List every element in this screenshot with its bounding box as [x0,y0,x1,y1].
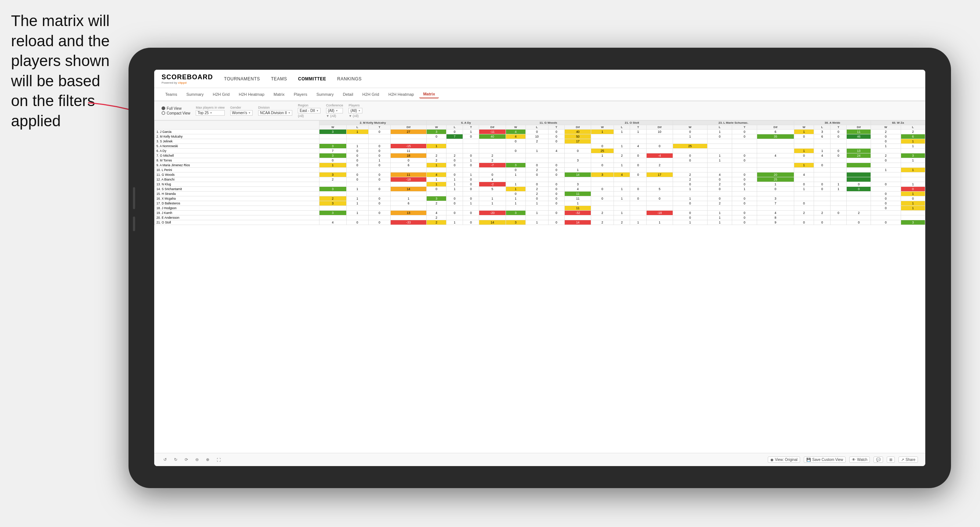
subnav-h2h-grid[interactable]: H2H Grid [209,90,233,98]
h-w4: W [591,125,614,130]
player-3: 3. S Jelinek [154,139,320,144]
table-row: 17. D Ballesteros 3106 2011 1101 0207 0 … [154,201,925,206]
subnav-summary[interactable]: Summary [183,90,207,98]
compact-view-label: Compact View [167,111,190,115]
h-d6: Dif [847,125,871,130]
subnav-summary2[interactable]: Summary [313,90,337,98]
h-d3: Dif [565,125,591,130]
share-btn[interactable]: ↗ Share [899,457,918,463]
watch-icon: 👁 [852,458,856,462]
table-row: 18. J Hodgson 11 01 [154,206,925,211]
h-w7: W [871,125,901,130]
zoom-in-btn[interactable]: ⊕ [204,457,211,463]
h-l6: L [814,125,830,130]
subnav-h2h-heatmap2[interactable]: H2H Heatmap [385,90,418,98]
division-label: Division [258,106,292,110]
matrix-table: 2. M Kelly Mulcahy 6. A Dy 11. G Woods 2… [154,121,925,225]
col-group-5: 23. L Marie Schumac. [673,121,794,125]
region-filter: Region East - DII (All) [298,103,321,118]
view-original-label: View: Original [775,458,798,462]
filter-bar: Full View Compact View Max players in vi… [154,101,925,121]
table-row: 3. S Jelinek 02017 01 [154,139,925,144]
table-row: 11. G Woods 30011 4010 10014 34017 24020… [154,173,925,177]
gender-filter: Gender Women's [230,106,253,116]
max-players-label: Max players in view [196,106,225,110]
h-d1: Dif [391,125,427,130]
main-content: 2. M Kelly Mulcahy 6. A Dy 11. G Woods 2… [154,121,925,453]
players-label: Players [348,103,363,107]
table-row: 15. H Stranda 02011 01 [154,192,925,196]
players-select[interactable]: (All) [348,108,363,113]
gender-select[interactable]: Women's [230,110,253,116]
compact-view-dot [162,111,165,115]
player-5: 5. A Nomrowski [154,144,320,149]
logo-area: SCOREBOARD Powered by clippd [162,73,213,84]
tablet-frame: SCOREBOARD Powered by clippd TOURNAMENTS… [129,48,951,488]
table-row: 20. E Andersson 2 0108 [154,216,925,220]
logo-powered: Powered by clippd [162,81,213,84]
player-18: 18. J Hodgson [154,206,320,211]
view-original-btn[interactable]: ◉ View: Original [768,457,800,463]
player-20: 20. E Andersson [154,216,320,220]
bottom-toolbar: ↺ ↻ ⟳ ⊖ ⊕ ⛶ ◉ View: Original 💾 Save Cust… [154,453,925,466]
zoom-out-btn[interactable]: ⊖ [194,457,200,463]
conference-select[interactable]: (All) [326,108,343,113]
subnav-players[interactable]: Players [290,90,311,98]
subnav-h2h-grid2[interactable]: H2H Grid [359,90,383,98]
comment-icon: 💬 [876,458,880,462]
players-filter: Players (All) ▼ (All) [348,103,363,118]
logo-scoreboard: SCOREBOARD [162,73,213,81]
matrix-container[interactable]: 2. M Kelly Mulcahy 6. A Dy 11. G Woods 2… [154,121,925,453]
undo-btn[interactable]: ↺ [162,457,169,463]
h-d4: Dif [646,125,673,130]
player-15: 15. H Stranda [154,192,320,196]
col-group-3: 11. G Woods [506,121,591,125]
watch-btn[interactable]: 👁 Watch [849,457,870,463]
comment-btn[interactable]: 💬 [873,457,883,463]
nav-teams[interactable]: TEAMS [271,75,287,83]
h-l1: L [346,125,368,130]
h-w6: W [794,125,814,130]
subnav-matrix-active[interactable]: Matrix [419,90,438,98]
nav-rankings[interactable]: RANKINGS [337,75,362,83]
nav-items: TOURNAMENTS TEAMS COMMITTEE RANKINGS [224,75,362,83]
player-7: 7. O Mitchell [154,153,320,158]
table-row: 13. N Klug 110-2 1003 0201 0010 01 [154,182,925,187]
subnav-matrix[interactable]: Matrix [270,90,288,98]
fullscreen-btn[interactable]: ⛶ [215,457,223,463]
player-2: 2. M Kelly Mulcahy [154,134,320,139]
h-t1: T [368,125,390,130]
max-players-filter: Max players in view Top 25 [196,106,225,116]
grid-icon: ⊞ [889,458,892,462]
h-l2: L [447,125,463,130]
save-custom-btn[interactable]: 💾 Save Custom View [804,457,846,463]
division-select[interactable]: NCAA Division II [258,110,292,116]
watch-label: Watch [857,458,867,462]
top-nav: SCOREBOARD Powered by clippd TOURNAMENTS… [154,70,925,88]
region-select[interactable]: East - DII [298,108,321,113]
grid-btn[interactable]: ⊞ [887,457,895,463]
conference-filter: Conference (All) ▼ (All) [326,103,343,118]
h-t3: T [548,125,564,130]
subnav-detail[interactable]: Detail [339,90,357,98]
refresh-btn[interactable]: ⟳ [183,457,190,463]
table-row: 2. M Kelly Mulcahy 07040 410050 10035 06… [154,134,925,139]
save-icon: 💾 [806,458,811,462]
table-row: 7. O Mitchell 30018 2202 120-4 0104 0402… [154,153,925,158]
subnav-h2h-heatmap[interactable]: H2H Heatmap [235,90,268,98]
h-w3: W [506,125,525,130]
redo-btn[interactable]: ↻ [172,457,179,463]
full-view-radio[interactable]: Full View [162,106,190,111]
subnav-teams[interactable]: Teams [162,90,181,98]
nav-committee[interactable]: COMMITTEE [298,75,326,83]
table-row: 10. L Perini 0201 11 [154,168,925,173]
region-label: Region [298,103,321,107]
compact-view-radio[interactable]: Compact View [162,111,190,115]
max-players-select[interactable]: Top 25 [196,110,225,116]
player-19: 19. J Kamh [154,211,320,216]
h-t2: T [463,125,479,130]
nav-tournaments[interactable]: TOURNAMENTS [224,75,260,83]
conference-label: Conference [326,103,343,107]
table-row: 1. J Garcia 31027 301-11 40040 11110 010… [154,130,925,134]
player-1: 1. J Garcia [154,130,320,134]
